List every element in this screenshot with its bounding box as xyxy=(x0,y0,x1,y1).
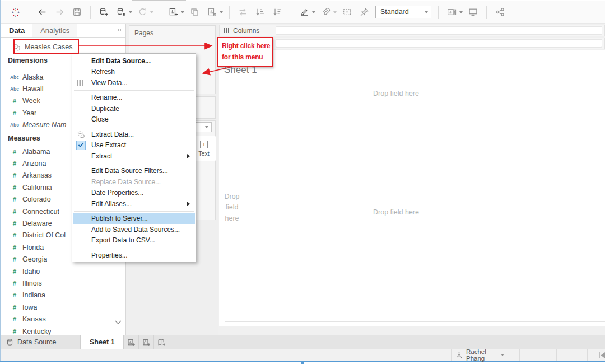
new-worksheet-icon[interactable] xyxy=(166,5,180,20)
menu-item-edit-data-source[interactable]: Edit Data Source... xyxy=(73,55,195,67)
toolbar-separator xyxy=(229,6,230,19)
show-me-icon[interactable] xyxy=(445,5,459,20)
refresh-icon[interactable] xyxy=(136,5,150,20)
pane-options-icon[interactable] xyxy=(118,29,121,31)
number-field-icon: # xyxy=(8,97,21,104)
menu-item-duplicate[interactable]: Duplicate xyxy=(73,103,195,114)
new-dashboard-tab-icon[interactable] xyxy=(139,335,154,349)
menu-item-extract-data[interactable]: Extract Data... xyxy=(73,129,195,140)
fit-selector-caret[interactable] xyxy=(421,6,431,18)
field-row[interactable]: #Iowa xyxy=(1,301,125,313)
menu-item-refresh[interactable]: Refresh xyxy=(73,67,195,78)
new-worksheet-caret[interactable] xyxy=(181,11,184,13)
status-bar: Rachel Phang xyxy=(1,349,605,361)
add-data-source-icon[interactable] xyxy=(97,5,111,20)
data-source-tab-label: Data Source xyxy=(17,338,56,346)
new-worksheet-tab-icon[interactable] xyxy=(124,335,139,349)
tab-analytics[interactable]: Analytics xyxy=(32,24,77,37)
menu-separator xyxy=(74,127,194,127)
show-me-caret[interactable] xyxy=(459,11,463,13)
presentation-mode-icon[interactable] xyxy=(466,5,480,20)
clear-sheet-icon[interactable] xyxy=(205,5,219,20)
clear-sheet-caret[interactable] xyxy=(220,11,223,13)
drop-field-hint-rows[interactable]: Drop field here xyxy=(220,192,244,224)
columns-shelf[interactable]: Columns xyxy=(219,25,605,36)
field-row[interactable]: #Illinois xyxy=(1,277,125,289)
highlight-icon[interactable] xyxy=(297,5,311,20)
menu-item-date-properties[interactable]: Date Properties... xyxy=(73,188,195,199)
new-story-tab-icon[interactable] xyxy=(154,335,169,349)
string-field-icon: Abc xyxy=(8,86,21,92)
data-source-context-menu: Edit Data Source... Refresh View Data...… xyxy=(72,53,196,262)
extract-database-icon xyxy=(77,130,85,138)
status-divider xyxy=(556,349,557,361)
toolbar: Standard xyxy=(1,1,605,24)
tab-data-label: Data xyxy=(9,26,25,35)
back-icon[interactable] xyxy=(35,5,49,20)
menu-item-view-data[interactable]: View Data... xyxy=(73,77,195,88)
field-row[interactable]: #Kansas xyxy=(1,313,125,325)
pages-shelf-label: Pages xyxy=(134,29,153,37)
menu-separator xyxy=(74,211,194,212)
number-field-icon: # xyxy=(8,172,21,179)
fix-axes-pin-icon[interactable] xyxy=(357,5,371,20)
annotation-highlight-rectangle xyxy=(13,39,79,54)
scroll-down-chevron-icon[interactable] xyxy=(115,320,122,325)
rows-shelf[interactable] xyxy=(219,38,605,49)
tab-data[interactable]: Data xyxy=(1,24,32,37)
menu-item-close[interactable]: Close xyxy=(73,114,195,125)
menu-item-properties[interactable]: Properties... xyxy=(73,250,195,261)
drop-field-hint-body[interactable]: Drop field here xyxy=(245,208,547,216)
menu-item-add-to-saved-data-sources[interactable]: Add to Saved Data Sources... xyxy=(73,224,195,235)
field-row[interactable]: #Idaho xyxy=(1,265,125,277)
save-icon[interactable] xyxy=(70,5,84,20)
number-field-icon: # xyxy=(8,208,21,215)
field-row[interactable]: #Kentucky xyxy=(1,325,125,335)
menu-separator xyxy=(74,248,194,248)
number-field-icon: # xyxy=(8,232,21,239)
person-icon xyxy=(455,352,463,359)
tab-sheet1[interactable]: Sheet 1 xyxy=(80,335,124,349)
toolbar-separator xyxy=(160,6,160,19)
dimensions-header: Dimensions xyxy=(8,57,48,64)
menu-item-use-extract[interactable]: Use Extract xyxy=(73,140,195,151)
menu-item-edit-data-source-filters[interactable]: Edit Data Source Filters... xyxy=(73,166,195,177)
user-menu[interactable]: Rachel Phang xyxy=(451,349,506,361)
menu-item-publish-to-server[interactable]: Publish to Server... xyxy=(73,213,195,225)
paperclip-icon[interactable] xyxy=(319,5,333,20)
tab-data-source[interactable]: Data Source xyxy=(1,335,80,349)
menu-item-export-data-to-csv[interactable]: Export Data to CSV... xyxy=(73,235,195,246)
columns-shelf-field-area[interactable] xyxy=(276,26,602,35)
fit-selector[interactable]: Standard xyxy=(375,6,431,18)
toolbar-separator xyxy=(291,6,291,19)
menu-item-rename[interactable]: Rename... xyxy=(73,92,195,104)
status-divider xyxy=(538,349,538,361)
paperclip-caret[interactable] xyxy=(333,11,337,13)
swap-rows-columns-icon[interactable] xyxy=(236,5,250,20)
tab-analytics-label: Analytics xyxy=(40,26,69,35)
sheet1-tab-label: Sheet 1 xyxy=(90,338,114,346)
number-field-icon: # xyxy=(8,328,21,335)
sort-ascending-icon[interactable] xyxy=(253,5,267,20)
forward-icon[interactable] xyxy=(53,5,67,20)
highlight-caret[interactable] xyxy=(312,11,315,13)
menu-item-edit-aliases[interactable]: Edit Aliases... xyxy=(73,198,195,209)
annotation-callout: Right click here for this menu xyxy=(217,37,273,67)
text-label-icon[interactable] xyxy=(340,5,354,20)
menu-item-extract-submenu[interactable]: Extract xyxy=(73,151,195,162)
sort-descending-icon[interactable] xyxy=(271,5,285,20)
pause-auto-updates-caret[interactable] xyxy=(129,11,132,13)
status-divider xyxy=(587,349,588,361)
rows-shelf-field-area[interactable] xyxy=(276,39,602,48)
refresh-caret[interactable] xyxy=(150,11,153,13)
drop-field-hint-columns[interactable]: Drop field here xyxy=(245,90,547,97)
string-field-icon: Abc xyxy=(8,122,21,128)
pause-auto-updates-icon[interactable] xyxy=(114,5,128,20)
number-field-icon: # xyxy=(8,196,21,203)
share-icon[interactable] xyxy=(493,5,507,20)
first-sheet-nav-icon[interactable] xyxy=(598,352,605,359)
field-row[interactable]: #Indiana xyxy=(1,290,125,301)
duplicate-sheet-icon[interactable] xyxy=(188,5,202,20)
annotation-text-line1: Right click here xyxy=(222,40,272,52)
status-divider xyxy=(519,349,520,361)
